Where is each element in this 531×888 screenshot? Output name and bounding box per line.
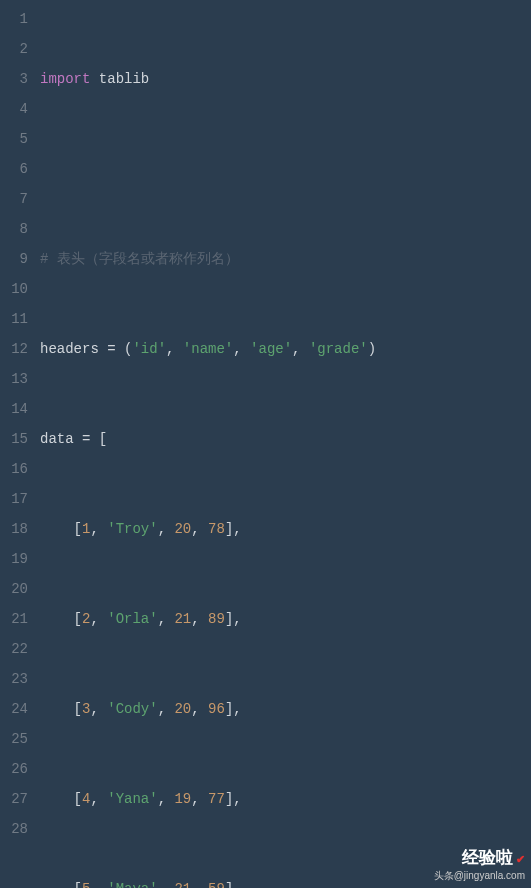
line-number: 23 (0, 664, 28, 694)
string-literal: 'Yana' (107, 791, 157, 807)
line-number: 28 (0, 814, 28, 844)
code-text: , (158, 881, 175, 888)
line-number: 14 (0, 394, 28, 424)
code-line (40, 154, 531, 184)
line-number: 26 (0, 754, 28, 784)
code-text: , (191, 701, 208, 717)
code-text: [ (74, 881, 82, 888)
line-number: 27 (0, 784, 28, 814)
code-text: , (191, 791, 208, 807)
string-literal: 'Troy' (107, 521, 157, 537)
module-name: tablib (99, 71, 149, 87)
watermark: 经验啦 ✔ 头条@jingyanla.com (434, 847, 525, 882)
code-line: import tablib (40, 64, 531, 94)
line-number: 19 (0, 544, 28, 574)
string-literal: 'name' (183, 341, 233, 357)
code-text: , (90, 611, 107, 627)
number-literal: 19 (174, 791, 191, 807)
line-number: 8 (0, 214, 28, 244)
string-literal: 'id' (132, 341, 166, 357)
line-number: 18 (0, 514, 28, 544)
code-line: [3, 'Cody', 20, 96], (40, 694, 531, 724)
code-text: ], (225, 521, 242, 537)
code-text: [ (74, 521, 82, 537)
number-literal: 89 (208, 611, 225, 627)
number-literal: 20 (174, 521, 191, 537)
code-content: import tablib # 表头（字段名或者称作列名） headers = … (40, 0, 531, 888)
watermark-text: 经验啦 (462, 848, 513, 867)
code-text: , (90, 881, 107, 888)
check-icon: ✔ (516, 853, 525, 865)
watermark-main: 经验啦 ✔ (434, 847, 525, 869)
line-number: 15 (0, 424, 28, 454)
number-literal: 96 (208, 701, 225, 717)
line-number: 2 (0, 34, 28, 64)
line-number: 7 (0, 184, 28, 214)
code-text: [ (74, 611, 82, 627)
keyword-import: import (40, 71, 90, 87)
code-text: ) (368, 341, 376, 357)
line-number: 22 (0, 634, 28, 664)
line-number: 16 (0, 454, 28, 484)
line-number: 3 (0, 64, 28, 94)
comment: # 表头（字段名或者称作列名） (40, 251, 239, 267)
string-literal: 'Orla' (107, 611, 157, 627)
number-literal: 77 (208, 791, 225, 807)
code-text: [ (74, 701, 82, 717)
number-literal: 59 (208, 881, 225, 888)
line-number-gutter: 1 2 3 4 5 6 7 8 9 10 11 12 13 14 15 16 1… (0, 0, 40, 888)
number-literal: 21 (174, 881, 191, 888)
code-text: ], (225, 791, 242, 807)
code-text: [ (74, 791, 82, 807)
code-text: ], (225, 881, 242, 888)
code-text: headers = ( (40, 341, 132, 357)
line-number: 10 (0, 274, 28, 304)
code-text: ], (225, 701, 242, 717)
code-line: [4, 'Yana', 19, 77], (40, 784, 531, 814)
number-literal: 78 (208, 521, 225, 537)
code-line: # 表头（字段名或者称作列名） (40, 244, 531, 274)
code-text: , (191, 881, 208, 888)
code-editor: 1 2 3 4 5 6 7 8 9 10 11 12 13 14 15 16 1… (0, 0, 531, 888)
line-number: 4 (0, 94, 28, 124)
watermark-sub: 头条@jingyanla.com (434, 869, 525, 882)
code-text: , (90, 701, 107, 717)
code-line: [2, 'Orla', 21, 89], (40, 604, 531, 634)
line-number: 20 (0, 574, 28, 604)
code-text: , (158, 521, 175, 537)
string-literal: 'Maya' (107, 881, 157, 888)
line-number: 21 (0, 604, 28, 634)
line-number: 12 (0, 334, 28, 364)
line-number: 24 (0, 694, 28, 724)
line-number: 5 (0, 124, 28, 154)
code-text: , (166, 341, 183, 357)
line-number: 1 (0, 4, 28, 34)
code-line: [1, 'Troy', 20, 78], (40, 514, 531, 544)
code-text: , (90, 791, 107, 807)
line-number: 17 (0, 484, 28, 514)
code-text: , (158, 791, 175, 807)
number-literal: 20 (174, 701, 191, 717)
code-text: , (233, 341, 250, 357)
line-number: 25 (0, 724, 28, 754)
code-text: , (90, 521, 107, 537)
line-number: 9 (0, 244, 28, 274)
code-line: data = [ (40, 424, 531, 454)
code-text: , (292, 341, 309, 357)
code-text: ], (225, 611, 242, 627)
number-literal: 21 (174, 611, 191, 627)
code-text: , (191, 611, 208, 627)
code-text: data = [ (40, 431, 107, 447)
string-literal: 'grade' (309, 341, 368, 357)
line-number: 13 (0, 364, 28, 394)
code-text: , (158, 611, 175, 627)
code-line: headers = ('id', 'name', 'age', 'grade') (40, 334, 531, 364)
string-literal: 'age' (250, 341, 292, 357)
line-number: 11 (0, 304, 28, 334)
code-text: , (158, 701, 175, 717)
line-number: 6 (0, 154, 28, 184)
code-text: , (191, 521, 208, 537)
string-literal: 'Cody' (107, 701, 157, 717)
